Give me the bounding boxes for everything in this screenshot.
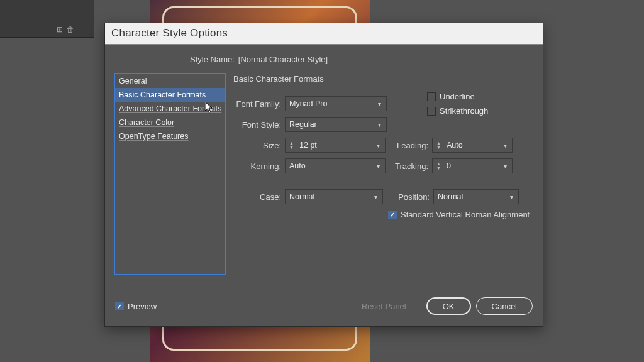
tracking-stepper[interactable]: ▲▼ (436, 162, 445, 170)
leading-value: Auto (447, 141, 501, 150)
chevron-down-icon: ▾ (375, 121, 384, 128)
chevron-down-icon: ▾ (501, 142, 509, 149)
style-name-value: [Normal Character Style] (238, 55, 328, 64)
chevron-down-icon: ▾ (507, 194, 516, 200)
size-combo[interactable]: ▲▼ 12 pt ▾ (285, 138, 386, 153)
category-advanced-character-formats[interactable]: Advanced Character Formats (115, 102, 225, 116)
chevron-down-icon: ▾ (501, 163, 509, 170)
chevron-down-icon: ▾ (371, 194, 380, 200)
preview-checkbox[interactable] (115, 302, 124, 310)
category-character-color[interactable]: Character Color (115, 116, 225, 129)
category-general[interactable]: General (115, 74, 225, 88)
panel-footer-icons: ⊞ 🗑 (57, 25, 74, 34)
underline-checkbox[interactable] (427, 92, 436, 101)
kerning-combo[interactable]: Auto ▾ (285, 158, 386, 173)
background-panel (0, 0, 94, 38)
font-style-value: Regular (289, 120, 375, 129)
case-value: Normal (289, 192, 371, 201)
text-decoration-checks: Underline Strikethrough (427, 92, 488, 121)
dialog-title: Character Style Options (111, 27, 228, 39)
size-stepper[interactable]: ▲▼ (289, 141, 298, 150)
chevron-down-icon: ▾ (375, 101, 384, 107)
preview-label: Preview (128, 302, 157, 311)
tracking-combo[interactable]: ▲▼ 0 ▾ (432, 158, 513, 173)
strikethrough-label: Strikethrough (440, 106, 488, 116)
svra-checkbox[interactable] (388, 211, 397, 219)
position-value: Normal (438, 192, 507, 201)
trash-icon[interactable]: 🗑 (67, 25, 74, 34)
category-opentype-features[interactable]: OpenType Features (115, 129, 225, 143)
position-label: Position: (396, 192, 430, 202)
category-basic-character-formats[interactable]: Basic Character Formats (115, 88, 225, 102)
size-label: Size: (233, 141, 281, 150)
leading-stepper[interactable]: ▲▼ (436, 141, 445, 150)
panel-tab (0, 0, 94, 8)
style-name-row: Style Name: [Normal Character Style] (190, 45, 543, 73)
underline-label: Underline (440, 92, 475, 101)
chevron-down-icon: ▾ (374, 142, 382, 149)
kerning-label: Kerning: (233, 162, 281, 171)
font-family-combo[interactable]: Myriad Pro ▾ (285, 96, 387, 111)
divider (233, 180, 534, 180)
tracking-label: Tracking: (394, 162, 428, 171)
cancel-button[interactable]: Cancel (476, 297, 533, 315)
form-panel: Basic Character Formats Underline Strike… (233, 73, 534, 280)
dialog-footer: Preview Reset Panel OK Cancel (105, 288, 543, 326)
font-family-value: Myriad Pro (289, 99, 375, 108)
new-icon[interactable]: ⊞ (57, 25, 63, 34)
leading-label: Leading: (394, 141, 428, 150)
leading-combo[interactable]: ▲▼ Auto ▾ (432, 138, 513, 153)
tracking-value: 0 (447, 162, 501, 170)
category-list[interactable]: General Basic Character Formats Advanced… (114, 73, 226, 275)
ok-button[interactable]: OK (426, 297, 471, 315)
kerning-value: Auto (289, 162, 374, 170)
font-style-combo[interactable]: Regular ▾ (285, 117, 387, 132)
character-style-options-dialog: Character Style Options Style Name: [Nor… (104, 23, 543, 327)
reset-panel-button: Reset Panel (347, 297, 421, 315)
style-name-label: Style Name: (190, 55, 235, 64)
font-style-label: Font Style: (233, 120, 281, 129)
section-title: Basic Character Formats (233, 74, 534, 84)
position-combo[interactable]: Normal ▾ (433, 189, 519, 204)
font-family-label: Font Family: (233, 99, 281, 109)
case-combo[interactable]: Normal ▾ (285, 189, 383, 204)
chevron-down-icon: ▾ (374, 163, 382, 170)
size-value: 12 pt (299, 141, 374, 150)
case-label: Case: (233, 192, 281, 202)
strikethrough-checkbox[interactable] (427, 107, 436, 116)
dialog-titlebar: Character Style Options (105, 23, 543, 45)
svra-label: Standard Vertical Roman Alignment (401, 210, 530, 219)
